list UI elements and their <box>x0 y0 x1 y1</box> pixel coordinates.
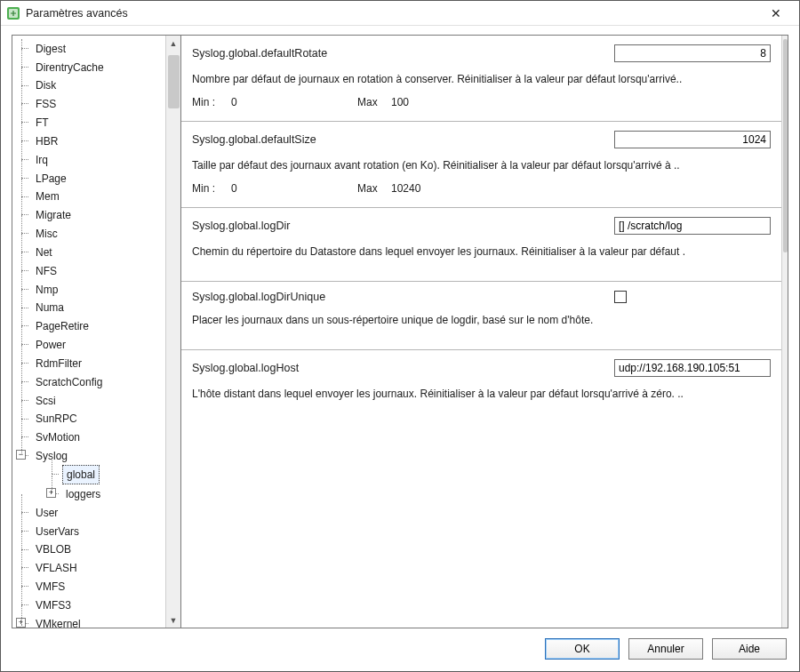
tree-item-pageretire[interactable]: PageRetire <box>32 317 92 335</box>
tree-item-disk[interactable]: Disk <box>32 76 60 94</box>
tree-item-vmfs3[interactable]: VMFS3 <box>32 596 75 614</box>
titlebar: Paramètres avancés ✕ <box>1 1 799 26</box>
max-value: 100 <box>391 96 409 108</box>
setting-syslog-global-loghost: Syslog.global.logHostL'hôte distant dans… <box>181 350 781 423</box>
setting-name: Syslog.global.logDir <box>192 220 614 232</box>
setting-description: Chemin du répertoire du Datastore dans l… <box>192 245 771 258</box>
min-label: Min : <box>192 182 226 195</box>
setting-syslog-global-logdir: Syslog.global.logDirChemin du répertoire… <box>181 208 781 282</box>
tree-item-vblob[interactable]: VBLOB <box>32 540 75 558</box>
advanced-settings-window: Paramètres avancés ✕ DigestDirentryCache… <box>0 0 800 672</box>
tree-item-rdmfilter[interactable]: RdmFilter <box>32 355 85 372</box>
tree-item-ft[interactable]: FT <box>32 114 52 132</box>
tree-item-syslog-global[interactable]: global <box>62 465 100 484</box>
tree-item-digest[interactable]: Digest <box>32 40 69 58</box>
tree-item-vmfs[interactable]: VMFS <box>32 578 68 596</box>
tree-item-vmkernel[interactable]: VMkernel <box>32 615 84 628</box>
tree-item-migrate[interactable]: Migrate <box>32 206 75 224</box>
tree-item-user[interactable]: User <box>32 504 61 522</box>
setting-name: Syslog.global.defaultRotate <box>192 47 614 60</box>
details-scrollbar-thumb[interactable] <box>783 39 788 252</box>
tree-item-direntrycache[interactable]: DirentryCache <box>32 59 108 76</box>
max-label: Max <box>357 96 386 108</box>
tree-item-net[interactable]: Net <box>32 244 56 261</box>
tree-item-misc[interactable]: Misc <box>32 225 61 243</box>
setting-syslog-global-logdirunique: Syslog.global.logDirUniquePlacer les jou… <box>181 282 781 350</box>
details-scrollbar[interactable] <box>781 36 788 628</box>
setting-checkbox[interactable] <box>614 291 627 303</box>
max-value: 10240 <box>391 182 420 195</box>
setting-limits: Min :0Max100 <box>192 96 771 108</box>
setting-name: Syslog.global.logDirUnique <box>192 291 614 303</box>
split-panel: DigestDirentryCacheDiskFSSFTHBRIrqLPageM… <box>12 35 788 628</box>
setting-description: Nombre par défaut de journaux en rotatio… <box>192 73 771 85</box>
tree-item-nfs[interactable]: NFS <box>32 262 60 280</box>
tree-item-numa[interactable]: Numa <box>32 299 68 316</box>
setting-syslog-global-defaultsize: Syslog.global.defaultSizeTaille par défa… <box>181 122 781 208</box>
tree-item-syslog-loggers[interactable]: loggers <box>62 485 104 503</box>
tree-item-svmotion[interactable]: SvMotion <box>32 428 84 446</box>
min-value: 0 <box>231 182 352 195</box>
tree-panel: DigestDirentryCacheDiskFSSFTHBRIrqLPageM… <box>12 36 181 628</box>
tree-toggle-loggers[interactable]: + <box>46 488 56 498</box>
details-panel: Syslog.global.defaultRotateNombre par dé… <box>181 36 788 628</box>
tree-item-uservars[interactable]: UserVars <box>32 523 83 540</box>
tree-item-hbr[interactable]: HBR <box>32 132 61 150</box>
tree-item-fss[interactable]: FSS <box>32 95 60 113</box>
setting-input[interactable] <box>614 217 771 235</box>
tree-item-irq[interactable]: Irq <box>32 151 52 169</box>
min-label: Min : <box>192 96 226 108</box>
tree-item-mem[interactable]: Mem <box>32 188 63 205</box>
content-area: DigestDirentryCacheDiskFSSFTHBRIrqLPageM… <box>1 26 799 671</box>
setting-name: Syslog.global.logHost <box>192 362 614 374</box>
setting-description: Taille par défaut des journaux avant rot… <box>192 159 771 172</box>
help-button[interactable]: Aide <box>712 638 787 660</box>
scroll-up-icon[interactable]: ▲ <box>166 36 180 51</box>
setting-input[interactable] <box>614 44 771 62</box>
tree-item-scsi[interactable]: Scsi <box>32 392 60 410</box>
cancel-button[interactable]: Annuler <box>628 638 703 660</box>
category-tree[interactable]: DigestDirentryCacheDiskFSSFTHBRIrqLPageM… <box>12 36 165 628</box>
close-button[interactable]: ✕ <box>756 4 796 23</box>
ok-button[interactable]: OK <box>545 638 620 660</box>
tree-item-nmp[interactable]: Nmp <box>32 281 61 299</box>
tree-item-vflash[interactable]: VFLASH <box>32 559 81 577</box>
setting-description: Placer les journaux dans un sous-réperto… <box>192 314 771 326</box>
tree-item-power[interactable]: Power <box>32 336 69 354</box>
tree-item-lpage[interactable]: LPage <box>32 170 70 188</box>
setting-input[interactable] <box>614 359 771 377</box>
scrollbar-thumb[interactable] <box>168 55 180 108</box>
dialog-buttons: OK Annuler Aide <box>12 628 788 664</box>
window-title: Paramètres avancés <box>26 7 128 20</box>
setting-syslog-global-defaultrotate: Syslog.global.defaultRotateNombre par dé… <box>181 36 781 122</box>
tree-toggle-syslog[interactable]: − <box>16 450 26 460</box>
setting-name: Syslog.global.defaultSize <box>192 133 614 146</box>
tree-scrollbar[interactable]: ▲ ▼ <box>165 36 180 628</box>
vsphere-icon <box>6 6 20 20</box>
tree-item-sunrpc[interactable]: SunRPC <box>32 410 81 428</box>
setting-limits: Min :0Max10240 <box>192 182 771 195</box>
min-value: 0 <box>231 96 352 108</box>
scroll-down-icon[interactable]: ▼ <box>166 612 180 628</box>
max-label: Max <box>357 182 386 195</box>
setting-input[interactable] <box>614 131 771 148</box>
setting-description: L'hôte distant dans lequel envoyer les j… <box>192 388 771 400</box>
tree-item-scratchconfig[interactable]: ScratchConfig <box>32 373 106 391</box>
